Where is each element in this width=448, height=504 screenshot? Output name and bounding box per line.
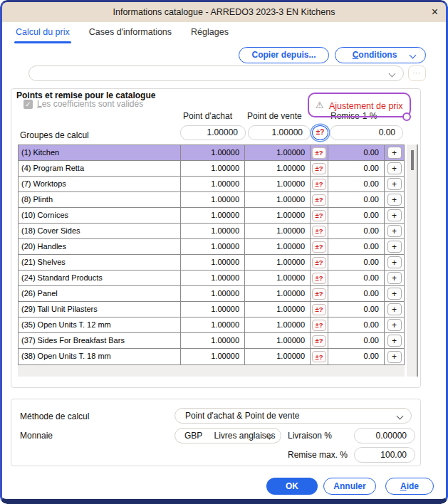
vertical-scrollbar[interactable] — [407, 145, 418, 377]
vente-cell[interactable]: 1.00000 — [245, 208, 311, 223]
table-row[interactable]: (7) Worktops1.000001.00000±?0.00+ — [19, 177, 404, 192]
vente-cell[interactable]: 1.00000 — [245, 302, 311, 317]
table-row[interactable]: (24) Standard Products1.000001.00000±?0.… — [19, 271, 404, 286]
table-row[interactable]: (29) Tall Unit Pilasters1.000001.00000±?… — [19, 302, 404, 317]
remise-cell[interactable]: 0.00 — [328, 192, 385, 207]
remise-cell[interactable]: 0.00 — [328, 255, 385, 270]
close-icon[interactable]: × — [432, 2, 438, 22]
vente-cell[interactable]: 1.00000 — [245, 271, 311, 285]
achat-cell[interactable]: 1.00000 — [181, 333, 245, 348]
adjust-button[interactable]: ±? — [312, 194, 326, 206]
remise-cell[interactable]: 0.00 — [328, 161, 385, 176]
expand-button[interactable]: + — [387, 351, 402, 363]
table-row[interactable]: (21) Shelves1.000001.00000±?0.00+ — [19, 255, 404, 271]
group-name-cell[interactable]: (4) Program Retta — [19, 161, 181, 176]
expand-button[interactable]: + — [387, 162, 402, 174]
table-row[interactable]: (10) Cornices1.000001.00000±?0.00+ — [19, 208, 404, 224]
group-name-cell[interactable]: (20) Handles — [19, 239, 181, 254]
vente-cell[interactable]: 1.00000 — [245, 255, 311, 270]
table-row[interactable]: (26) Panel1.000001.00000±?0.00+ — [19, 286, 404, 302]
table-row[interactable]: (8) Plinth1.000001.00000±?0.00+ — [19, 192, 404, 208]
remise-cell[interactable]: 0.00 — [328, 271, 385, 285]
table-row[interactable]: (4) Program Retta1.000001.00000±?0.00+ — [19, 161, 404, 177]
group-name-cell[interactable]: (21) Shelves — [19, 255, 181, 270]
adjust-header-button[interactable]: ±? — [312, 125, 328, 140]
catalog-combobox[interactable] — [28, 65, 404, 81]
monnaie-combobox[interactable]: GBP Livres anglaises — [174, 428, 281, 443]
table-row[interactable]: (20) Handles1.000001.00000±?0.00+ — [19, 239, 404, 255]
achat-cell[interactable]: 1.00000 — [181, 239, 245, 254]
coefficients-checkbox[interactable]: ✓ — [24, 100, 33, 109]
vente-cell[interactable]: 1.00000 — [245, 317, 311, 332]
expand-button[interactable]: + — [387, 272, 402, 284]
tab-reglages[interactable]: Réglages — [191, 27, 229, 43]
expand-button[interactable]: + — [387, 178, 402, 190]
adjust-button[interactable]: ±? — [312, 226, 326, 237]
expand-button[interactable]: + — [387, 225, 402, 237]
group-name-cell[interactable]: (7) Worktops — [19, 177, 181, 191]
achat-cell[interactable]: 1.00000 — [181, 317, 245, 332]
vente-cell[interactable]: 1.00000 — [245, 192, 311, 207]
achat-cell[interactable]: 1.00000 — [181, 271, 245, 285]
achat-cell[interactable]: 1.00000 — [181, 208, 245, 223]
remise-cell[interactable]: 0.00 — [328, 145, 385, 160]
adjust-button[interactable]: ±? — [312, 163, 326, 174]
expand-button[interactable]: + — [387, 209, 402, 221]
group-name-cell[interactable]: (1) Kitchen — [19, 145, 181, 160]
expand-button[interactable]: + — [387, 194, 402, 206]
adjust-button[interactable]: ±? — [312, 288, 326, 300]
table-row[interactable]: (38) Open Units T. 18 mm1.000001.00000±?… — [19, 349, 404, 364]
group-name-cell[interactable]: (24) Standard Products — [19, 271, 181, 285]
remise-cell[interactable]: 0.00 — [328, 208, 385, 223]
achat-cell[interactable]: 1.00000 — [181, 286, 245, 301]
vente-cell[interactable]: 1.00000 — [245, 177, 311, 191]
table-row[interactable]: (18) Cover Sides1.000001.00000±?0.00+ — [19, 224, 404, 239]
group-name-cell[interactable]: (26) Panel — [19, 286, 181, 301]
ok-button[interactable]: OK — [266, 478, 318, 495]
group-name-cell[interactable]: (18) Cover Sides — [19, 224, 181, 238]
tab-cases-informations[interactable]: Cases d'informations — [89, 27, 172, 43]
achat-header-input[interactable]: 1.00000 — [180, 125, 246, 140]
conditions-button[interactable]: Conditions — [335, 47, 426, 63]
achat-cell[interactable]: 1.00000 — [181, 145, 245, 160]
group-name-cell[interactable]: (8) Plinth — [19, 192, 181, 207]
remise-cell[interactable]: 0.00 — [328, 224, 385, 238]
vente-cell[interactable]: 1.00000 — [245, 333, 311, 348]
group-name-cell[interactable]: (37) Sides For Breakfast Bars — [19, 333, 181, 348]
table-row[interactable]: (37) Sides For Breakfast Bars1.000001.00… — [19, 333, 404, 349]
adjust-button[interactable]: ±? — [312, 320, 326, 331]
vertical-scrollbar-thumb[interactable] — [411, 150, 414, 170]
remise-header-input[interactable]: 0.00 — [330, 125, 403, 140]
aide-button[interactable]: Aide — [385, 478, 434, 495]
expand-button[interactable]: + — [387, 241, 402, 253]
remise-cell[interactable]: 0.00 — [328, 177, 385, 191]
remise-cell[interactable]: 0.00 — [328, 286, 385, 301]
adjust-button[interactable]: ±? — [312, 257, 326, 268]
adjust-button[interactable]: ±? — [312, 147, 326, 159]
adjust-button[interactable]: ±? — [312, 210, 326, 221]
adjust-button[interactable]: ±? — [312, 304, 326, 315]
copier-depuis-button[interactable]: Copier depuis... — [239, 47, 329, 63]
vente-cell[interactable]: 1.00000 — [245, 286, 311, 301]
group-name-cell[interactable]: (10) Cornices — [19, 208, 181, 223]
achat-cell[interactable]: 1.00000 — [181, 349, 245, 364]
achat-cell[interactable]: 1.00000 — [181, 224, 245, 238]
livraison-input[interactable]: 0.00000 — [354, 428, 415, 443]
achat-cell[interactable]: 1.00000 — [181, 302, 245, 317]
methode-combobox[interactable]: Point d'achat & Point de vente — [174, 408, 412, 424]
expand-button[interactable]: + — [387, 147, 402, 159]
tab-calcul-du-prix[interactable]: Calcul du prix — [16, 27, 70, 43]
vente-cell[interactable]: 1.00000 — [245, 161, 311, 176]
remise-cell[interactable]: 0.00 — [328, 239, 385, 254]
expand-button[interactable]: + — [387, 319, 402, 331]
group-name-cell[interactable]: (38) Open Units T. 18 mm — [19, 349, 181, 364]
annuler-button[interactable]: Annuler — [323, 478, 376, 495]
vente-cell[interactable]: 1.00000 — [245, 239, 311, 254]
more-options-button[interactable]: ⋯ — [408, 65, 426, 81]
expand-button[interactable]: + — [387, 335, 402, 347]
group-name-cell[interactable]: (29) Tall Unit Pilasters — [19, 302, 181, 317]
table-row[interactable]: (35) Open Units T. 12 mm1.000001.00000±?… — [19, 317, 404, 333]
horizontal-scrollbar-track[interactable] — [18, 365, 405, 377]
vente-cell[interactable]: 1.00000 — [245, 349, 311, 364]
achat-cell[interactable]: 1.00000 — [181, 255, 245, 270]
